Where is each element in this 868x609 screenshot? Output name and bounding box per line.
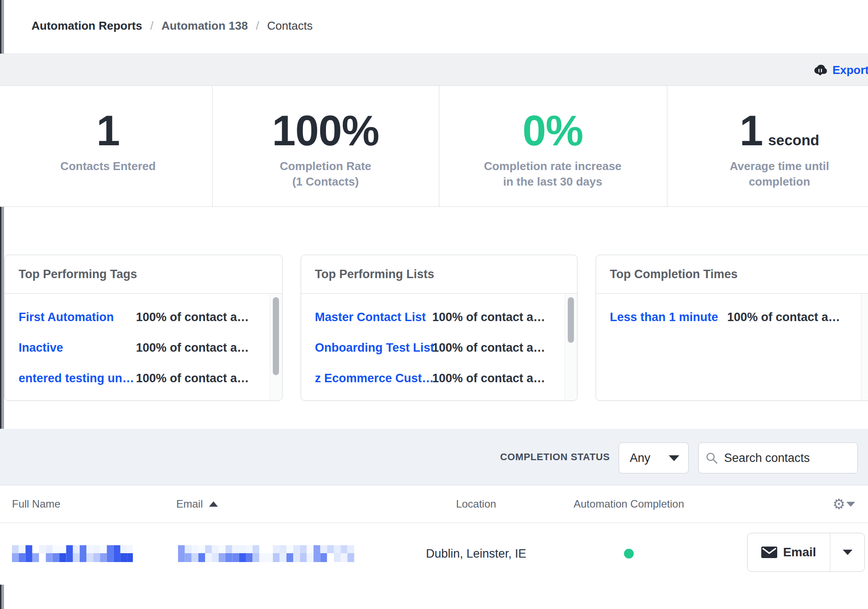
stat-contacts-entered: 1 Contacts Entered bbox=[2, 86, 214, 206]
chevron-down-icon bbox=[669, 455, 679, 461]
column-header-location[interactable]: Location bbox=[418, 485, 534, 523]
scrollbar-track bbox=[565, 294, 577, 400]
breadcrumb-contacts: Contacts bbox=[267, 19, 313, 32]
completion-time-row: Less than 1 minute 100% of contact a… bbox=[610, 309, 858, 325]
card-body: First Automation 100% of contact a… Inac… bbox=[5, 294, 282, 400]
tag-row: Inactive 100% of contact a… bbox=[19, 340, 267, 356]
tag-value: 100% of contact a… bbox=[136, 310, 249, 324]
completion-time-value: 100% of contact a… bbox=[727, 310, 840, 324]
email-split-button: Email bbox=[747, 533, 865, 572]
chevron-down-icon bbox=[843, 550, 852, 555]
email-button-dropdown[interactable] bbox=[830, 533, 864, 571]
gear-icon: ⚙ bbox=[833, 497, 845, 511]
stat-label: Completion Rate(1 Contacts) bbox=[219, 159, 432, 190]
breadcrumb: Automation Reports / Automation 138 / Co… bbox=[31, 19, 313, 33]
column-header-email[interactable]: Email bbox=[176, 485, 218, 523]
divider bbox=[667, 86, 667, 207]
stat-label: Average time untilcompletion bbox=[673, 159, 868, 190]
list-link[interactable]: Master Contact List bbox=[315, 310, 432, 324]
email-button[interactable]: Email bbox=[748, 533, 830, 571]
list-link[interactable]: z Ecommerce Cust… bbox=[315, 372, 432, 385]
export-label: Export bbox=[833, 63, 868, 77]
completion-time-link[interactable]: Less than 1 minute bbox=[610, 310, 727, 324]
top-performing-lists-card: Top Performing Lists Master Contact List… bbox=[301, 255, 577, 401]
completion-status-label: COMPLETION STATUS bbox=[399, 429, 610, 485]
contact-location: Dublin, Leinster, IE bbox=[422, 523, 530, 585]
contacts-table-header: Full Name Email Location Automation Comp… bbox=[0, 485, 868, 523]
stat-average-time: 1second Average time untilcompletion bbox=[673, 86, 868, 206]
list-value: 100% of contact a… bbox=[432, 341, 545, 355]
automation-report-page: Automation Reports / Automation 138 / Co… bbox=[0, 0, 868, 609]
envelope-icon bbox=[761, 547, 777, 558]
completion-status-value: Any bbox=[630, 451, 651, 465]
stat-value: 100% bbox=[219, 108, 432, 153]
card-title: Top Completion Times bbox=[596, 255, 868, 294]
stat-label: Contacts Entered bbox=[2, 159, 214, 174]
stat-label: Completion rate increasein the last 30 d… bbox=[446, 159, 659, 190]
toolbar: Export bbox=[0, 54, 868, 86]
tag-link[interactable]: entered testing un… bbox=[19, 372, 136, 385]
contact-row: Dublin, Leinster, IE Email bbox=[0, 523, 868, 585]
scrollbar-thumb[interactable] bbox=[568, 297, 574, 343]
stat-value: 1second bbox=[673, 108, 868, 153]
list-link[interactable]: Onboarding Test List bbox=[315, 341, 432, 355]
sort-ascending-icon bbox=[209, 501, 218, 507]
redacted-full-name bbox=[12, 545, 133, 562]
column-header-full-name[interactable]: Full Name bbox=[12, 485, 60, 523]
search-contacts-box bbox=[698, 442, 858, 473]
list-row: z Ecommerce Cust… 100% of contact a… bbox=[315, 370, 562, 386]
export-button[interactable]: Export bbox=[812, 63, 868, 77]
column-header-automation-completion[interactable]: Automation Completion bbox=[571, 485, 686, 523]
card-title: Top Performing Tags bbox=[5, 255, 282, 294]
search-icon bbox=[706, 452, 718, 464]
stat-completion-rate: 100% Completion Rate(1 Contacts) bbox=[219, 86, 432, 206]
contacts-filter-bar: COMPLETION STATUS Any bbox=[0, 429, 868, 485]
tag-row: First Automation 100% of contact a… bbox=[19, 309, 267, 325]
tag-row: entered testing un… 100% of contact a… bbox=[19, 370, 267, 386]
stat-value: 1 bbox=[2, 108, 214, 153]
list-value: 100% of contact a… bbox=[432, 372, 545, 385]
top-performing-tags-card: Top Performing Tags First Automation 100… bbox=[4, 255, 283, 401]
scrollbar-track bbox=[861, 294, 868, 400]
scrollbar-thumb[interactable] bbox=[273, 297, 279, 375]
redacted-email bbox=[178, 545, 354, 562]
tag-value: 100% of contact a… bbox=[136, 341, 249, 355]
column-header-email-label: Email bbox=[176, 498, 203, 510]
completion-status-dot bbox=[624, 549, 634, 559]
card-title: Top Performing Lists bbox=[301, 255, 577, 294]
list-value: 100% of contact a… bbox=[432, 310, 545, 324]
tag-link[interactable]: Inactive bbox=[19, 341, 136, 355]
breadcrumb-separator: / bbox=[150, 19, 153, 32]
divider bbox=[439, 86, 439, 207]
stat-completion-rate-increase: 0% Completion rate increasein the last 3… bbox=[446, 86, 659, 206]
chevron-down-icon bbox=[846, 502, 855, 507]
card-body: Less than 1 minute 100% of contact a… bbox=[596, 294, 868, 400]
table-settings-button[interactable]: ⚙ bbox=[833, 485, 855, 523]
breadcrumb-automation-reports[interactable]: Automation Reports bbox=[31, 19, 142, 32]
breadcrumb-automation-138[interactable]: Automation 138 bbox=[162, 19, 248, 32]
scrollbar-track bbox=[270, 294, 282, 400]
stats-summary: 1 Contacts Entered 100% Completion Rate(… bbox=[0, 86, 868, 207]
search-input[interactable] bbox=[723, 451, 853, 465]
email-button-label: Email bbox=[783, 545, 816, 559]
list-row: Onboarding Test List 100% of contact a… bbox=[315, 340, 562, 356]
top-completion-times-card: Top Completion Times Less than 1 minute … bbox=[596, 255, 868, 401]
completion-status-select[interactable]: Any bbox=[619, 442, 689, 473]
cloud-download-icon bbox=[812, 63, 828, 76]
stat-value: 0% bbox=[446, 108, 659, 153]
tag-link[interactable]: First Automation bbox=[19, 310, 136, 324]
breadcrumb-separator: / bbox=[256, 19, 259, 32]
list-row: Master Contact List 100% of contact a… bbox=[315, 309, 562, 325]
card-body: Master Contact List 100% of contact a… O… bbox=[301, 294, 577, 400]
tag-value: 100% of contact a… bbox=[136, 372, 249, 385]
